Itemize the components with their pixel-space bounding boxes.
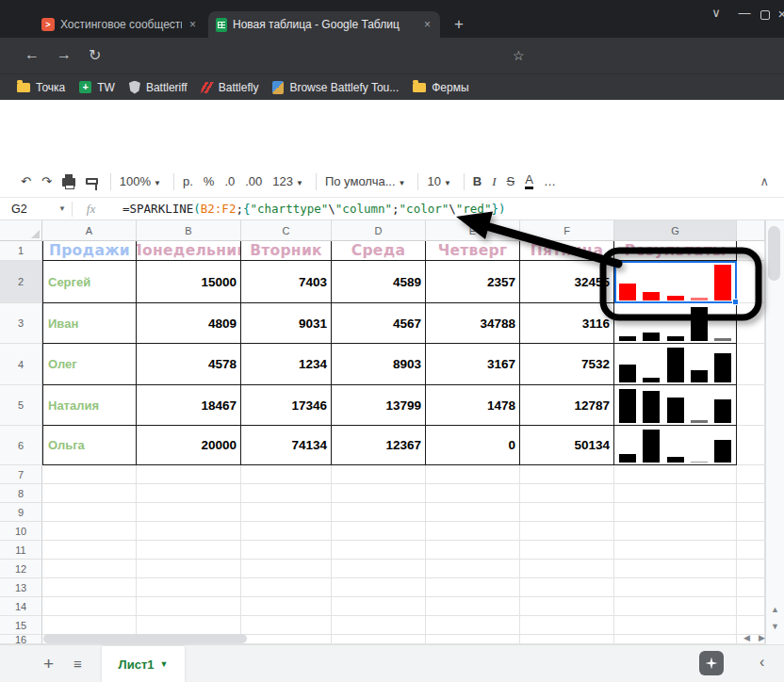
bookmark-star-icon[interactable]: ☆ — [513, 48, 525, 63]
collapse-panel-icon[interactable]: ‹ — [760, 654, 764, 671]
cell-H12[interactable] — [737, 560, 765, 578]
cell-C11[interactable] — [241, 541, 332, 560]
row-header-10[interactable]: 10 — [0, 522, 42, 541]
cell-A1[interactable]: Продажи — [42, 241, 137, 261]
cell-H3[interactable] — [737, 303, 765, 344]
cell-E14[interactable] — [426, 597, 520, 616]
cell-D6[interactable]: 12367 — [332, 426, 426, 465]
cell-E16[interactable] — [426, 635, 520, 644]
cell-H15[interactable] — [737, 616, 765, 635]
cell-C5[interactable]: 17346 — [241, 385, 332, 426]
zoom-dropdown[interactable]: 100%▼ — [120, 174, 161, 188]
browser-tab-hosting[interactable]: > Хостинговое сообщество «Time × — [34, 11, 205, 38]
cell-G4[interactable] — [614, 344, 737, 385]
cell-D4[interactable]: 8903 — [332, 344, 426, 385]
cell-A12[interactable] — [42, 560, 137, 578]
browser-tab-sheets[interactable]: Новая таблица - Google Таблиц × — [208, 11, 440, 38]
cell-F7[interactable] — [520, 465, 614, 484]
increase-decimal-button[interactable]: .00 — [245, 174, 262, 188]
cell-C12[interactable] — [241, 560, 332, 578]
cell-G11[interactable] — [614, 541, 737, 560]
row-header-16[interactable]: 16 — [0, 635, 42, 644]
select-all-corner[interactable] — [0, 220, 42, 241]
bookmark-fermy[interactable]: Фермы — [413, 81, 468, 94]
cell-F12[interactable] — [520, 560, 614, 578]
cell-C10[interactable] — [241, 522, 332, 541]
cell-E15[interactable] — [426, 616, 520, 635]
cell-E9[interactable] — [426, 503, 520, 522]
cell-A4[interactable]: Олег — [42, 344, 137, 385]
tab-close-icon[interactable]: × — [422, 18, 433, 31]
window-chevron-icon[interactable]: ∨ — [707, 6, 726, 20]
column-header-C[interactable]: C — [241, 220, 332, 241]
add-sheet-button[interactable]: + — [43, 654, 54, 674]
row-header-11[interactable]: 11 — [0, 541, 42, 560]
cell-D16[interactable] — [332, 635, 426, 644]
cell-D12[interactable] — [332, 560, 426, 578]
cell-F10[interactable] — [520, 522, 614, 541]
vertical-scrollbar-thumb[interactable] — [768, 226, 780, 281]
cell-B9[interactable] — [137, 503, 241, 522]
cell-D11[interactable] — [332, 541, 426, 560]
cell-C15[interactable] — [241, 616, 332, 635]
scroll-left-icon[interactable]: ◀ — [743, 633, 750, 642]
cell-G14[interactable] — [614, 597, 737, 616]
cell-F9[interactable] — [520, 503, 614, 522]
cell-G1[interactable]: Результаты — [614, 241, 737, 261]
cell-A15[interactable] — [42, 616, 137, 635]
vertical-scrollbar[interactable] — [765, 220, 784, 644]
cell-C3[interactable]: 9031 — [241, 303, 332, 344]
cell-G9[interactable] — [614, 503, 737, 522]
cell-H4[interactable] — [737, 344, 765, 385]
cell-D14[interactable] — [332, 597, 426, 616]
scroll-down-icon[interactable]: ▼ — [771, 622, 779, 631]
cell-F14[interactable] — [520, 597, 614, 616]
cell-E10[interactable] — [426, 522, 520, 541]
cell-H5[interactable] — [737, 385, 765, 426]
cell-F13[interactable] — [520, 578, 614, 597]
column-header-A[interactable]: A — [42, 220, 137, 241]
cell-H7[interactable] — [737, 465, 765, 484]
cell-G13[interactable] — [614, 578, 737, 597]
cell-F6[interactable]: 50134 — [520, 426, 614, 465]
cell-H13[interactable] — [737, 578, 765, 597]
cell-B11[interactable] — [137, 541, 241, 560]
cell-H8[interactable] — [737, 484, 765, 503]
cell-F5[interactable]: 12787 — [520, 385, 614, 426]
cell-D7[interactable] — [332, 465, 426, 484]
cell-C4[interactable]: 1234 — [241, 344, 332, 385]
sheet-tab-list1[interactable]: Лист1▼ — [102, 646, 185, 682]
bookmark-battlefly[interactable]: Battlefly — [202, 81, 259, 94]
text-color-button[interactable]: A — [525, 173, 533, 189]
cell-G15[interactable] — [614, 616, 737, 635]
cell-H14[interactable] — [737, 597, 765, 616]
cell-C13[interactable] — [241, 578, 332, 597]
column-header-F[interactable]: F — [520, 220, 614, 241]
cell-E2[interactable]: 2357 — [426, 261, 520, 303]
row-header-7[interactable]: 7 — [0, 465, 42, 484]
row-header-8[interactable]: 8 — [0, 484, 42, 503]
undo-icon[interactable]: ↶ — [21, 174, 31, 188]
cell-A9[interactable] — [42, 503, 137, 522]
cell-E12[interactable] — [426, 560, 520, 578]
row-header-3[interactable]: 3 — [0, 303, 42, 344]
column-header-E[interactable]: E — [426, 220, 520, 241]
cell-G2[interactable] — [614, 261, 737, 303]
cell-H2[interactable] — [737, 261, 765, 303]
back-icon[interactable]: ← — [24, 46, 40, 63]
strikethrough-button[interactable]: S — [507, 174, 515, 188]
cell-B5[interactable]: 18467 — [137, 385, 241, 426]
row-header-14[interactable]: 14 — [0, 597, 42, 616]
cell-G6[interactable] — [614, 426, 737, 465]
cell-E7[interactable] — [426, 465, 520, 484]
cell-B1[interactable]: Понедельник — [137, 241, 241, 261]
cell-B13[interactable] — [137, 578, 241, 597]
cell-B2[interactable]: 15000 — [137, 261, 241, 303]
cell-A13[interactable] — [42, 578, 137, 597]
cell-G3[interactable] — [614, 303, 737, 344]
cell-C2[interactable]: 7403 — [241, 261, 332, 303]
cell-E8[interactable] — [426, 484, 520, 503]
spreadsheet-grid[interactable]: ABCDEFG1ПродажиПонедельникВторникСредаЧе… — [0, 220, 765, 644]
cell-D15[interactable] — [332, 616, 426, 635]
cell-B15[interactable] — [137, 616, 241, 635]
